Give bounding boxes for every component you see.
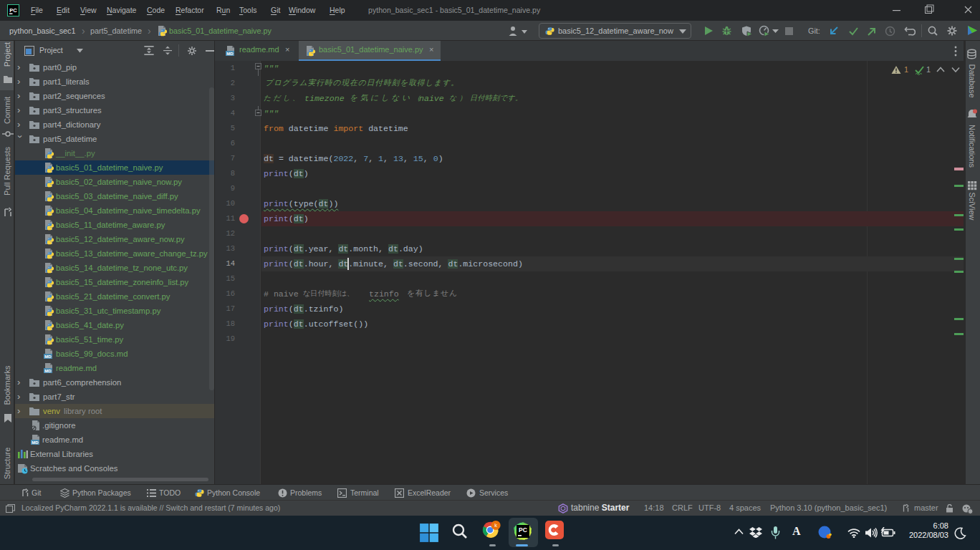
svg-text:PC: PC [9, 7, 17, 14]
svg-text:k: k [494, 522, 497, 529]
svg-text:PC: PC [519, 526, 527, 534]
